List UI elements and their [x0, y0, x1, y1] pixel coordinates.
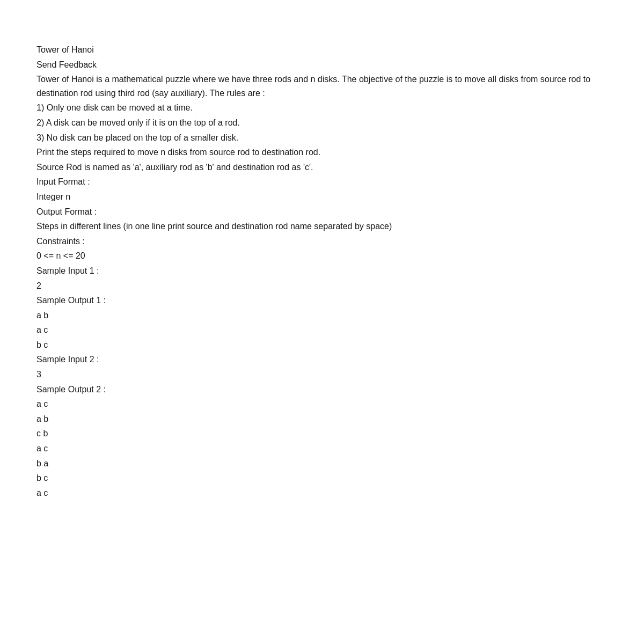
sample-input1-value: 2: [36, 279, 608, 293]
constraints-value: 0 <= n <= 20: [36, 249, 608, 263]
description-text: Tower of Hanoi is a mathematical puzzle …: [36, 72, 608, 100]
rod-names: Source Rod is named as 'a', auxiliary ro…: [36, 160, 608, 174]
sample-output2-line-5: b a: [36, 457, 608, 471]
sample-output2-line-2: a b: [36, 412, 608, 426]
sample-output2-line-3: c b: [36, 427, 608, 441]
rule-3: 3) No disk can be placed on the top of a…: [36, 131, 608, 145]
sample-output2-line-4: a c: [36, 442, 608, 456]
sample-input1-label: Sample Input 1 :: [36, 264, 608, 278]
sample-output1-line-3: b c: [36, 338, 608, 352]
sample-output2-line-7: a c: [36, 486, 608, 500]
main-content: Tower of Hanoi Send Feedback Tower of Ha…: [0, 0, 644, 544]
send-feedback-link[interactable]: Send Feedback: [36, 58, 608, 72]
input-format-label: Input Format :: [36, 175, 608, 189]
sample-output2-line-6: b c: [36, 471, 608, 485]
sample-output2-line-1: a c: [36, 397, 608, 411]
rule-2: 2) A disk can be moved only if it is on …: [36, 116, 608, 130]
sample-input2-label: Sample Input 2 :: [36, 353, 608, 367]
print-steps: Print the steps required to move n disks…: [36, 145, 608, 159]
sample-output1-label: Sample Output 1 :: [36, 294, 608, 308]
sample-output1-line-2: a c: [36, 323, 608, 337]
constraints-label: Constraints :: [36, 235, 608, 248]
sample-output1-line-1: a b: [36, 309, 608, 323]
output-format-value: Steps in different lines (in one line pr…: [36, 219, 608, 233]
input-format-value: Integer n: [36, 190, 608, 204]
sample-output2-label: Sample Output 2 :: [36, 383, 608, 397]
output-format-label: Output Format :: [36, 205, 608, 219]
rule-1: 1) Only one disk can be moved at a time.: [36, 101, 608, 115]
page-title: Tower of Hanoi: [36, 43, 608, 57]
sample-input2-value: 3: [36, 368, 608, 382]
